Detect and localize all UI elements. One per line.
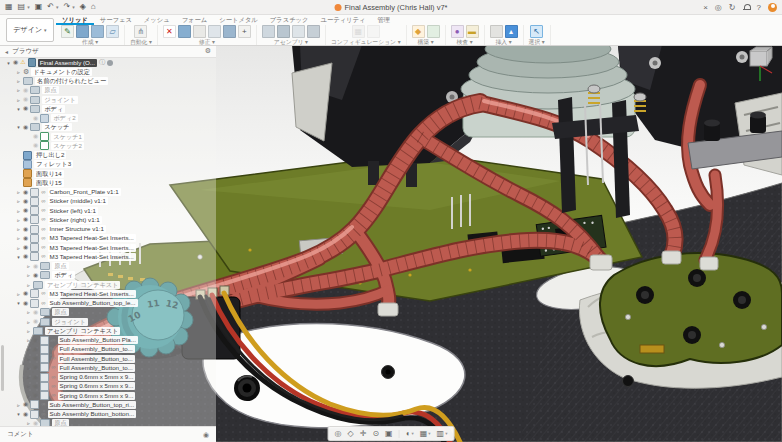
config-table-icon[interactable]: ▦: [352, 25, 365, 38]
joint-icon[interactable]: [277, 25, 290, 38]
tree-caret-icon[interactable]: ▹: [26, 346, 31, 352]
split-icon[interactable]: [223, 25, 236, 38]
tree-item-label[interactable]: ボディ: [42, 105, 65, 113]
measure-icon[interactable]: ●: [451, 25, 464, 38]
tab-シートメタル[interactable]: シートメタル: [213, 14, 264, 25]
visibility-eye-icon[interactable]: ◉: [23, 96, 28, 103]
tree-caret-icon[interactable]: ▹: [16, 235, 21, 241]
tree-item-label[interactable]: ボディ2: [51, 114, 77, 122]
tree-item-label[interactable]: 原点: [52, 308, 68, 316]
tree-item-label[interactable]: M3 Tapered Heat-Set Inserts...: [48, 234, 136, 242]
app-grid-icon[interactable]: ▦: [5, 2, 13, 12]
visibility-eye-icon[interactable]: ◉: [23, 401, 28, 408]
tree-row[interactable]: ▾◉スケッチ: [6, 123, 216, 132]
visibility-eye-icon[interactable]: ◉: [23, 216, 28, 223]
tree-item-label[interactable]: Full Assembly_Button_to...: [58, 364, 135, 372]
visibility-eye-icon[interactable]: ◉: [33, 133, 38, 140]
group-label-構築[interactable]: 構築 ▾: [418, 38, 434, 47]
tree-row[interactable]: ▹アセンブリ コンテキスト: [6, 326, 216, 335]
tab-ソリッド[interactable]: ソリッド: [56, 14, 94, 25]
sketch-edit-icon[interactable]: ▱: [106, 25, 119, 38]
tree-row[interactable]: ▹◉ジョイント: [6, 317, 216, 326]
tree-caret-icon[interactable]: ▹: [26, 337, 31, 343]
visibility-eye-icon[interactable]: ◉: [23, 105, 28, 112]
tree-item-label[interactable]: Inner Structure v1:1: [48, 225, 106, 233]
tree-row[interactable]: ▹◉ボディ: [6, 271, 216, 280]
look-at-icon[interactable]: ◇: [348, 428, 354, 439]
group-label-挿入[interactable]: 挿入 ▾: [496, 38, 512, 47]
tree-item-label[interactable]: Full Assembly_Button_to...: [58, 345, 135, 353]
press-pull-icon[interactable]: ✕: [163, 25, 176, 38]
group-label-検査[interactable]: 検査 ▾: [457, 38, 473, 47]
tree-row[interactable]: ▹◉原点: [6, 262, 216, 271]
extensions-icon[interactable]: ◈: [80, 2, 86, 12]
tree-item-label[interactable]: Spring 0.6mm x 5mm x 9...: [58, 392, 136, 400]
browser-gear-icon[interactable]: ⚙: [205, 47, 211, 55]
tree-row[interactable]: ▹◉∞Sticker (left) v1:1: [6, 206, 216, 215]
tree-row[interactable]: ▹名前の付けられたビュー: [6, 77, 216, 86]
file-menu-icon[interactable]: ▤: [18, 2, 26, 12]
tree-row[interactable]: ◉スケッチ2: [6, 141, 216, 150]
save-icon[interactable]: ▣: [35, 2, 43, 12]
tab-管理[interactable]: 管理: [371, 14, 396, 25]
tree-row[interactable]: ▹◉∞Sticker (middle) v1:1: [6, 197, 216, 206]
tree-row[interactable]: ▹◉ジョイント: [6, 95, 216, 104]
visibility-eye-icon[interactable]: ◉: [33, 115, 38, 122]
notifications-bell-icon[interactable]: [743, 4, 750, 11]
tree-row[interactable]: ▹◉∞Sub Assembly_Button Pla...: [6, 336, 216, 345]
redo-icon[interactable]: ↷: [63, 2, 70, 12]
config-insert-icon[interactable]: [367, 25, 380, 38]
section-analysis-icon[interactable]: ▬: [466, 25, 479, 38]
tree-caret-icon[interactable]: ▹: [16, 291, 21, 297]
tab-ユーティリティ[interactable]: ユーティリティ: [314, 14, 371, 25]
tree-item-label[interactable]: Full Assembly_Button_to...: [58, 355, 135, 363]
visibility-eye-icon[interactable]: ◉: [23, 226, 28, 233]
as-built-joint-icon[interactable]: [292, 25, 305, 38]
tree-row[interactable]: 押し出し2: [6, 151, 216, 160]
viewports-icon[interactable]: ▥▾: [437, 428, 448, 439]
tab-プラスチック[interactable]: プラスチック: [264, 14, 315, 25]
new-component-icon[interactable]: [262, 25, 275, 38]
tree-item-label[interactable]: 原点: [42, 86, 58, 94]
tree-row[interactable]: ▾◉∞M3 Tapered Heat-Set Inserts...: [6, 252, 216, 261]
tree-item-label[interactable]: Sticker (left) v1:1: [48, 207, 98, 215]
visibility-eye-icon[interactable]: ◉: [23, 235, 28, 242]
tree-item-label[interactable]: Carbon_Front_Plate v1:1: [48, 188, 121, 196]
move-icon[interactable]: +: [238, 25, 251, 38]
tree-row[interactable]: 面取り14: [6, 169, 216, 178]
orbit-icon[interactable]: ◎: [335, 428, 342, 439]
visibility-eye-icon[interactable]: ◉: [23, 300, 28, 307]
tree-item-label[interactable]: 押し出し2: [34, 151, 66, 159]
collapse-arrow-icon[interactable]: ◂: [5, 48, 8, 55]
tree-item-label[interactable]: Final Assembly (O...: [38, 59, 97, 67]
tree-item-label[interactable]: アセンブリ コンテキスト: [45, 281, 120, 289]
group-label-アセンブリ[interactable]: アセンブリ ▾: [274, 38, 308, 47]
tree-caret-icon[interactable]: ▹: [26, 309, 31, 315]
job-status-icon[interactable]: ◎: [715, 3, 722, 12]
browser-scrollbar[interactable]: [1, 345, 4, 391]
tree-caret-icon[interactable]: ▹: [26, 263, 31, 269]
zoom-icon[interactable]: ⊙: [372, 428, 379, 439]
comments-bar[interactable]: コメント ◉: [0, 426, 216, 442]
profile-avatar[interactable]: [768, 3, 777, 12]
grid-display-icon[interactable]: ▦▾: [420, 428, 431, 439]
insert-image-icon[interactable]: ▴: [505, 25, 518, 38]
tree-item-label[interactable]: フィレット3: [34, 160, 73, 168]
automate-icon[interactable]: ⋔: [134, 25, 147, 38]
fit-icon[interactable]: ▣: [385, 428, 393, 439]
tree-item-label[interactable]: ジョイント: [42, 96, 78, 104]
visibility-eye-icon[interactable]: ◉: [23, 290, 28, 297]
pcb-right[interactable]: [600, 253, 782, 366]
visibility-eye-icon[interactable]: ◉: [23, 189, 28, 196]
tree-item-label[interactable]: スケッチ1: [51, 133, 84, 141]
group-label-自動化[interactable]: 自動化 ▾: [130, 38, 152, 47]
tree-caret-icon[interactable]: ▹: [26, 393, 31, 399]
tree-row[interactable]: フィレット3: [6, 160, 216, 169]
tree-caret-icon[interactable]: ▹: [26, 374, 31, 380]
tree-row[interactable]: ▹◉原点: [6, 308, 216, 317]
sync-icon[interactable]: ↻: [729, 3, 736, 12]
tree-row[interactable]: ▹◉∞Inner Structure v1:1: [6, 225, 216, 234]
tree-caret-icon[interactable]: ▾: [16, 411, 21, 417]
tree-row[interactable]: ▹◉∞Spring 0.6mm x 5mm x 9...: [6, 391, 216, 400]
tree-item-label[interactable]: Sub Assembly Button_botton...: [48, 410, 137, 418]
